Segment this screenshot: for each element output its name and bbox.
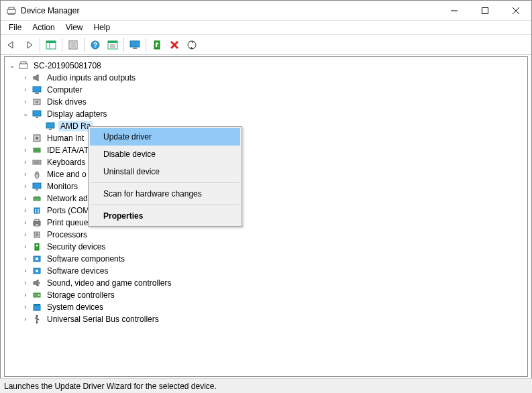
tree-node-amd-device[interactable]: AMD Ra xyxy=(6,120,526,132)
minimize-button[interactable] xyxy=(439,1,470,21)
expander-icon[interactable]: › xyxy=(21,206,30,215)
show-hide-tree-button[interactable] xyxy=(43,37,59,53)
svg-rect-57 xyxy=(36,233,38,236)
close-button[interactable] xyxy=(500,1,531,21)
tree-node[interactable]: ›Sound, video and game controllers xyxy=(6,277,526,289)
tree-node[interactable]: ›Print queues xyxy=(6,217,526,229)
monitor-button[interactable] xyxy=(127,37,143,53)
toolbar: ? xyxy=(1,35,531,55)
tree-node[interactable]: ›Network ad xyxy=(6,192,526,205)
tree-node[interactable]: ›IDE ATA/AT xyxy=(6,144,526,156)
toolbar-separator xyxy=(84,38,85,52)
tree-node-label: IDE ATA/AT xyxy=(45,145,91,156)
tree-node[interactable]: ›Monitors xyxy=(6,180,526,192)
svg-point-64 xyxy=(38,294,40,296)
tree-node[interactable]: ›Storage controllers xyxy=(6,289,526,301)
context-menu-item[interactable]: Disable device xyxy=(90,146,240,163)
tree-node[interactable]: ›System devices xyxy=(6,301,526,313)
tree-root[interactable]: ⌄ SC-201905081708 xyxy=(6,60,526,72)
expander-icon[interactable]: › xyxy=(21,230,30,239)
system-icon xyxy=(32,302,42,313)
svg-rect-27 xyxy=(35,93,39,94)
expander-icon[interactable]: › xyxy=(21,266,30,276)
svg-rect-4 xyxy=(482,7,488,13)
hid-icon xyxy=(32,133,42,144)
cpu-icon xyxy=(32,229,42,240)
expander-icon[interactable]: › xyxy=(21,254,30,264)
maximize-button[interactable] xyxy=(470,1,500,21)
expander-icon[interactable]: ⌄ xyxy=(21,109,30,119)
tree-node-label: Human Int xyxy=(45,133,86,144)
toolbar-separator xyxy=(40,38,40,52)
speaker-icon xyxy=(32,72,42,83)
tree-node[interactable]: ›Human Int xyxy=(6,132,526,144)
help-button[interactable]: ? xyxy=(87,37,103,53)
port-icon xyxy=(32,205,42,216)
menu-file[interactable]: File xyxy=(3,21,27,34)
tree-node-label: Display adapters xyxy=(45,109,109,119)
context-menu-item[interactable]: Update driver xyxy=(90,128,240,146)
svg-rect-21 xyxy=(133,48,137,49)
expander-icon[interactable]: › xyxy=(21,278,30,288)
expander-icon[interactable]: › xyxy=(21,73,30,82)
ide-icon xyxy=(32,145,42,156)
expander-icon[interactable]: › xyxy=(21,85,30,95)
context-menu-item[interactable]: Scan for hardware changes xyxy=(90,185,240,203)
expander-icon[interactable]: ⌄ xyxy=(7,61,17,70)
svg-rect-38 xyxy=(33,160,41,164)
keyboard-icon xyxy=(32,157,42,168)
tree-node[interactable]: ›Ports (COM & LPT) xyxy=(6,205,526,217)
tree-node-label: SC-201905081708 xyxy=(32,60,103,71)
expander-icon[interactable]: › xyxy=(21,302,30,312)
tree-node-display-adapters[interactable]: ⌄Display adapters xyxy=(6,108,526,120)
tree-node[interactable]: ›Processors xyxy=(6,229,526,241)
window-title: Device Manager xyxy=(21,6,79,15)
svg-point-52 xyxy=(38,211,39,213)
tree-node-label: Monitors xyxy=(45,181,80,192)
svg-rect-8 xyxy=(46,41,56,43)
menu-view[interactable]: View xyxy=(60,21,89,34)
expander-icon[interactable]: › xyxy=(21,97,30,107)
expander-icon[interactable]: › xyxy=(21,290,30,300)
expander-icon[interactable]: › xyxy=(21,182,30,191)
properties-button[interactable] xyxy=(65,37,81,53)
svg-rect-45 xyxy=(34,197,40,201)
expander-icon[interactable]: › xyxy=(21,133,30,143)
update-driver-button[interactable] xyxy=(149,37,165,53)
menu-help[interactable]: Help xyxy=(89,21,116,34)
expander-icon[interactable]: › xyxy=(21,170,30,179)
svg-point-59 xyxy=(36,245,38,247)
uninstall-button[interactable] xyxy=(166,37,182,53)
menu-action[interactable]: Action xyxy=(27,21,60,34)
context-menu-separator xyxy=(91,182,240,183)
expander-icon[interactable]: › xyxy=(21,242,30,251)
expander-icon[interactable]: › xyxy=(21,146,30,155)
expander-icon[interactable]: › xyxy=(21,315,30,324)
expander-icon[interactable]: › xyxy=(21,158,30,167)
svg-text:?: ? xyxy=(93,42,97,49)
tree-node[interactable]: ›Disk drives xyxy=(6,96,526,108)
tree-node[interactable]: ›Software devices xyxy=(6,265,526,277)
tree-node-label: Mice and o xyxy=(45,169,89,180)
tree-node[interactable]: ›Computer xyxy=(6,84,526,96)
expander-icon[interactable]: › xyxy=(21,218,30,227)
context-menu-item[interactable]: Properties xyxy=(90,207,240,225)
context-menu: Update driverDisable deviceUninstall dev… xyxy=(88,126,242,227)
back-button[interactable] xyxy=(3,37,19,53)
tree-node[interactable]: ›Mice and o xyxy=(6,168,526,180)
expander-icon[interactable]: › xyxy=(21,194,30,203)
scan-button[interactable] xyxy=(184,37,200,53)
context-menu-item[interactable]: Uninstall device xyxy=(90,163,240,180)
tree-node[interactable]: ›Audio inputs and outputs xyxy=(6,72,526,84)
device-tree[interactable]: ⌄ SC-201905081708 ›Audio inputs and outp… xyxy=(4,56,528,377)
tree-node[interactable]: ›Universal Serial Bus controllers xyxy=(6,313,526,325)
tree-node-label: Network ad xyxy=(45,193,90,204)
options-button[interactable] xyxy=(105,37,121,53)
tree-node[interactable]: ›Security devices xyxy=(6,241,526,253)
forward-button[interactable] xyxy=(21,37,37,53)
svg-point-29 xyxy=(36,101,38,103)
tree-node[interactable]: ›Software components xyxy=(6,253,526,265)
tree-node[interactable]: ›Keyboards xyxy=(6,156,526,168)
svg-rect-2 xyxy=(8,13,15,15)
menu-bar: File Action View Help xyxy=(1,21,531,35)
